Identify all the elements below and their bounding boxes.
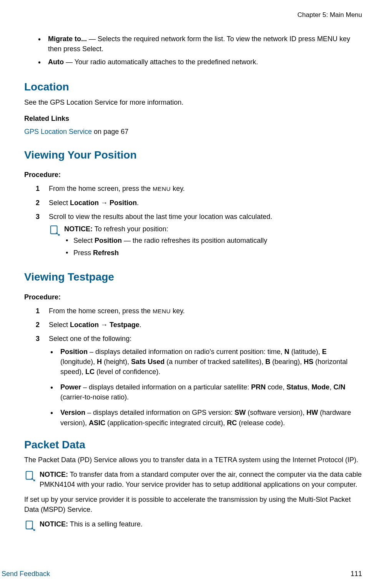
packet-data-body2: If set up by your service provider it is… bbox=[24, 494, 362, 514]
procedure-steps: 1 From the home screen, press the MENU k… bbox=[36, 184, 362, 260]
menu-key-ref: MENU bbox=[153, 308, 171, 314]
step-text: From the home screen, press the bbox=[49, 185, 153, 192]
menu-path: Location → Position bbox=[70, 199, 137, 207]
notice-label: NOTICE: bbox=[40, 520, 68, 528]
related-links-label: Related Links bbox=[24, 114, 362, 124]
bold-term: Refresh bbox=[93, 249, 119, 257]
step-number: 3 bbox=[36, 334, 40, 344]
option-label: Auto bbox=[48, 58, 64, 66]
list-item: Position – displays detailed information… bbox=[49, 347, 362, 377]
menu-path: Location → Testpage bbox=[70, 321, 140, 329]
link-page-ref: on page 67 bbox=[92, 128, 128, 135]
procedure-steps: 1 From the home screen, press the MENU k… bbox=[36, 306, 362, 428]
notice-bullets: Select Position — the radio refreshes it… bbox=[64, 236, 362, 258]
option-label: Migrate to... bbox=[48, 35, 87, 43]
gps-location-service-link[interactable]: GPS Location Service bbox=[24, 128, 92, 135]
text: Press bbox=[73, 249, 93, 257]
bold-term: Position bbox=[95, 237, 122, 244]
step: 3 Select one of the following: Position … bbox=[36, 334, 362, 428]
heading-viewing-position: Viewing Your Position bbox=[24, 147, 362, 163]
text: — the radio refreshes its position autom… bbox=[122, 237, 267, 244]
step-number: 3 bbox=[36, 212, 40, 222]
notice-icon bbox=[24, 470, 36, 484]
step-number: 2 bbox=[36, 320, 40, 330]
step-text: Select bbox=[49, 199, 70, 207]
heading-location: Location bbox=[24, 79, 362, 95]
chapter-header: Chapter 5: Main Menu bbox=[12, 10, 362, 20]
list-item: Select Position — the radio refreshes it… bbox=[64, 236, 362, 246]
packet-data-intro: The Packet Data (PD) Service allows you … bbox=[24, 455, 362, 465]
notice-icon bbox=[24, 520, 36, 534]
procedure-label: Procedure: bbox=[24, 170, 362, 180]
step: 3 Scroll to view the results about the l… bbox=[36, 212, 362, 260]
page-number: 111 bbox=[351, 569, 362, 579]
option-text: — Your radio automatically attaches to t… bbox=[64, 58, 258, 66]
list-item: Version – displays detailed information … bbox=[49, 408, 362, 428]
notice-block: NOTICE: To transfer data from a standard… bbox=[24, 469, 362, 489]
network-options-list: Migrate to... — Selects the required net… bbox=[37, 34, 362, 67]
notice-block: NOTICE: This is a selling feature. bbox=[24, 519, 362, 534]
notice-body: To transfer data from a standard compute… bbox=[40, 471, 362, 488]
page-footer: Send Feedback 111 bbox=[0, 569, 362, 579]
list-item: Press Refresh bbox=[64, 248, 362, 258]
menu-key-ref: MENU bbox=[153, 185, 171, 192]
procedure-label: Procedure: bbox=[24, 292, 362, 302]
step: 2 Select Location → Position. bbox=[36, 198, 362, 208]
notice-text: NOTICE: To refresh your position: Select… bbox=[64, 224, 362, 260]
step-text: Scroll to view the results about the las… bbox=[49, 213, 272, 220]
testpage-options: Position – displays detailed information… bbox=[49, 347, 362, 428]
step-text: . bbox=[140, 321, 141, 329]
notice-label: NOTICE: bbox=[40, 471, 68, 478]
send-feedback-link[interactable]: Send Feedback bbox=[2, 569, 50, 579]
related-link-line: GPS Location Service on page 67 bbox=[24, 127, 362, 137]
heading-viewing-testpage: Viewing Testpage bbox=[24, 269, 362, 285]
step-text: Select bbox=[49, 321, 70, 329]
step-number: 1 bbox=[36, 306, 40, 316]
step-text: Select one of the following: bbox=[49, 335, 131, 342]
notice-text: NOTICE: To transfer data from a standard… bbox=[40, 469, 362, 489]
list-item: Auto — Your radio automatically attaches… bbox=[37, 57, 362, 67]
step-text: From the home screen, press the bbox=[49, 307, 153, 315]
step: 2 Select Location → Testpage. bbox=[36, 320, 362, 330]
option-text: — Selects the required network form the … bbox=[48, 35, 350, 53]
notice-icon bbox=[49, 225, 60, 239]
step-text: key. bbox=[171, 185, 185, 192]
step: 1 From the home screen, press the MENU k… bbox=[36, 184, 362, 194]
location-body: See the GPS Location Service for more in… bbox=[24, 97, 362, 107]
notice-text: NOTICE: This is a selling feature. bbox=[40, 519, 362, 529]
list-item: Migrate to... — Selects the required net… bbox=[37, 34, 362, 54]
notice-intro: To refresh your position: bbox=[93, 225, 168, 233]
notice-label: NOTICE: bbox=[64, 225, 93, 233]
option-label: Power bbox=[60, 383, 81, 391]
step-number: 2 bbox=[36, 198, 40, 208]
step-text: . bbox=[137, 199, 139, 207]
step-number: 1 bbox=[36, 184, 40, 194]
step-text: key. bbox=[171, 307, 185, 315]
option-label: Version bbox=[60, 409, 85, 416]
notice-body: This is a selling feature. bbox=[68, 520, 143, 528]
heading-packet-data: Packet Data bbox=[24, 437, 362, 453]
option-label: Position bbox=[60, 348, 88, 356]
list-item: Power – displays detailed information on… bbox=[49, 382, 362, 402]
text: Select bbox=[73, 237, 95, 244]
step: 1 From the home screen, press the MENU k… bbox=[36, 306, 362, 316]
